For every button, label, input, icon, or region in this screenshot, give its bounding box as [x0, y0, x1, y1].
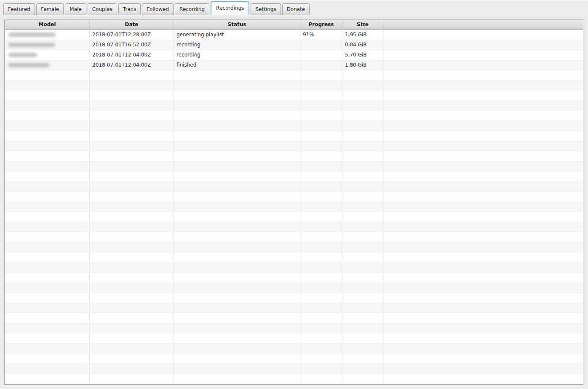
cell-filler	[383, 303, 583, 313]
cell-status	[174, 202, 300, 212]
tab-male[interactable]: Male	[65, 3, 86, 15]
cell-status	[174, 313, 300, 323]
tab-female[interactable]: Female	[36, 3, 64, 15]
column-header-status[interactable]: Status	[174, 20, 300, 30]
tab-followed[interactable]: Followed	[142, 3, 174, 15]
table-row-empty[interactable]	[5, 374, 583, 384]
table-row-empty[interactable]	[5, 252, 583, 263]
cell-progress	[300, 364, 342, 373]
cell-model	[5, 232, 90, 242]
table-row-empty[interactable]	[5, 111, 583, 121]
table-row-empty[interactable]	[5, 141, 583, 151]
cell-progress	[300, 374, 342, 384]
column-header-progress[interactable]: Progress	[300, 20, 342, 30]
cell-model	[5, 141, 90, 151]
table-row-empty[interactable]	[5, 263, 583, 273]
cell-progress	[300, 303, 342, 313]
cell-progress	[300, 283, 342, 292]
table-row-empty[interactable]	[5, 354, 583, 364]
cell-status	[174, 323, 300, 333]
cell-status	[174, 242, 300, 252]
tab-recordings[interactable]: Recordings	[211, 1, 249, 15]
column-header-date[interactable]: Date	[90, 20, 174, 30]
tab-trans[interactable]: Trans	[118, 3, 141, 15]
table-row-empty[interactable]	[5, 273, 583, 283]
cell-progress	[300, 202, 342, 212]
cell-model	[5, 212, 90, 222]
cell-date	[90, 343, 174, 353]
cell-size	[342, 323, 383, 333]
cell-filler	[383, 202, 583, 212]
table-row-empty[interactable]	[5, 293, 583, 303]
table-row-empty[interactable]	[5, 151, 583, 161]
cell-progress	[300, 121, 342, 131]
table-row-empty[interactable]	[5, 80, 583, 91]
cell-status: recording	[174, 40, 300, 50]
table-row-empty[interactable]	[5, 70, 583, 80]
cell-date	[90, 91, 174, 100]
cell-date	[90, 101, 174, 110]
cell-size	[342, 263, 383, 272]
table-row-empty[interactable]	[5, 313, 583, 323]
table-row-empty[interactable]	[5, 364, 583, 374]
cell-filler	[383, 273, 583, 282]
tab-couples[interactable]: Couples	[88, 3, 117, 15]
cell-model	[5, 313, 90, 323]
table-row-empty[interactable]	[5, 333, 583, 343]
cell-progress	[300, 80, 342, 90]
cell-date	[90, 172, 174, 181]
cell-progress	[300, 273, 342, 282]
cell-progress	[300, 252, 342, 262]
cell-filler	[383, 60, 583, 70]
cell-progress	[300, 313, 342, 323]
cell-filler	[383, 263, 583, 272]
cell-size	[342, 242, 383, 252]
table-row-empty[interactable]	[5, 323, 583, 333]
table-row-empty[interactable]	[5, 283, 583, 293]
tab-settings[interactable]: Settings	[251, 3, 281, 15]
table-row-empty[interactable]	[5, 101, 583, 111]
cell-date	[90, 313, 174, 323]
cell-model	[5, 151, 90, 161]
table-row[interactable]: 2018-07-01T12:28:00Zgenerating playlist9…	[5, 30, 583, 40]
table-row-empty[interactable]	[5, 91, 583, 101]
tab-donate[interactable]: Donate	[282, 3, 310, 15]
tab-featured[interactable]: Featured	[3, 3, 35, 15]
table-row-empty[interactable]	[5, 242, 583, 252]
column-header-model[interactable]: Model	[5, 20, 90, 30]
table-row[interactable]: 2018-07-01T12:04:00Zrecording5,70 GiB	[5, 50, 583, 60]
table-row-empty[interactable]	[5, 182, 583, 192]
cell-date	[90, 333, 174, 343]
cell-date	[90, 323, 174, 333]
cell-model	[5, 263, 90, 272]
cell-status: recording	[174, 50, 300, 60]
table-row-empty[interactable]	[5, 161, 583, 172]
table-row[interactable]: 2018-07-01T16:52:00Zrecording0,04 GiB	[5, 40, 583, 50]
cell-size	[342, 101, 383, 110]
table-row-empty[interactable]	[5, 202, 583, 212]
cell-model	[5, 172, 90, 181]
cell-progress	[300, 232, 342, 242]
cell-model	[5, 111, 90, 121]
cell-filler	[383, 182, 583, 191]
cell-status	[174, 283, 300, 292]
cell-model	[5, 91, 90, 100]
table-row-empty[interactable]	[5, 121, 583, 131]
table-row[interactable]: 2018-07-01T12:04:00Zfinished1,80 GiB	[5, 60, 583, 70]
table-row-empty[interactable]	[5, 131, 583, 141]
table-row-empty[interactable]	[5, 232, 583, 242]
tab-recording[interactable]: Recording	[175, 3, 209, 15]
table-row-empty[interactable]	[5, 222, 583, 232]
table-row-empty[interactable]	[5, 172, 583, 182]
column-header-size[interactable]: Size	[342, 20, 383, 30]
cell-status	[174, 252, 300, 262]
table-header-row: ModelDateStatusProgressSize	[5, 20, 583, 30]
cell-size	[342, 354, 383, 363]
cell-progress	[300, 242, 342, 252]
table-row-empty[interactable]	[5, 192, 583, 202]
table-row-empty[interactable]	[5, 303, 583, 313]
table-row-empty[interactable]	[5, 343, 583, 354]
table-row-empty[interactable]	[5, 212, 583, 222]
cell-filler	[383, 222, 583, 232]
cell-model	[5, 60, 90, 70]
